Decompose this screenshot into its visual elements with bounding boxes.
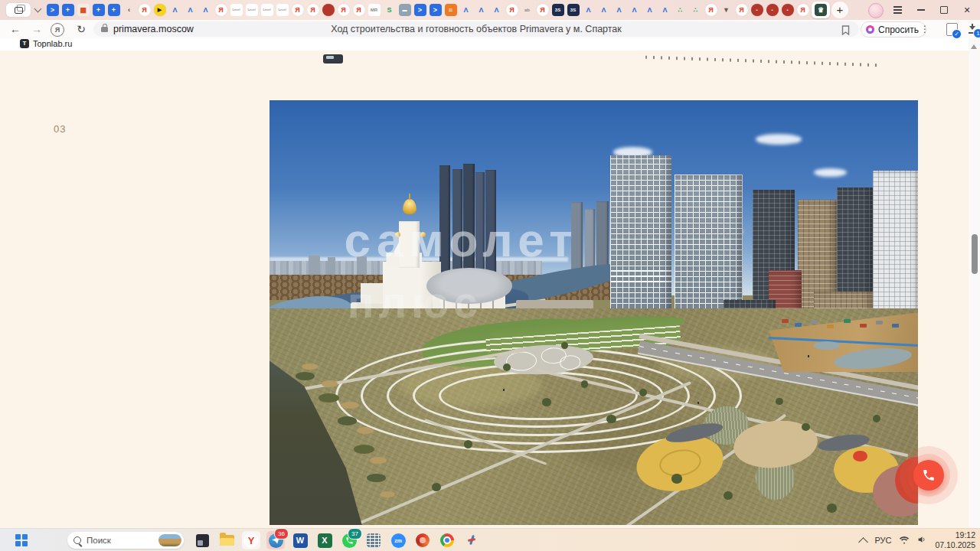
yandex-tab[interactable]: Я bbox=[796, 2, 809, 18]
funnel-tab[interactable]: ▼ bbox=[720, 2, 733, 18]
whatsapp-button[interactable]: 37 bbox=[340, 531, 358, 549]
yandex-tab[interactable]: Я bbox=[505, 2, 518, 18]
scrollbar-up-icon[interactable] bbox=[971, 44, 977, 49]
yandex-tab[interactable]: Я bbox=[214, 2, 227, 18]
orange-menu-tab[interactable]: ≡ bbox=[444, 2, 457, 18]
downloads-icon[interactable]: 1 bbox=[968, 24, 978, 34]
minimize-button[interactable] bbox=[910, 0, 932, 20]
clock[interactable]: 19:12 07.10.2025 bbox=[935, 530, 975, 549]
new-tab-button[interactable]: + bbox=[831, 2, 848, 18]
zoom-icon: zm bbox=[391, 533, 406, 548]
level-tab[interactable]: Level bbox=[245, 2, 258, 18]
gray-card-tab[interactable]: ▬ bbox=[398, 2, 411, 18]
browser-red-button[interactable] bbox=[413, 531, 432, 549]
phone-icon bbox=[922, 468, 936, 482]
chrome-button[interactable] bbox=[438, 531, 456, 549]
calculator-tab[interactable]: ▦ bbox=[77, 2, 90, 18]
blue-arrow-tab[interactable]: > bbox=[413, 2, 426, 18]
a-logo-tab[interactable]: Λ bbox=[199, 2, 212, 18]
yandex-tab[interactable]: Я bbox=[352, 2, 365, 18]
back-icon[interactable]: ← bbox=[6, 20, 24, 38]
volume-icon[interactable] bbox=[917, 533, 927, 547]
file-explorer-button[interactable] bbox=[217, 531, 236, 549]
bookmark-item[interactable]: T Topnlab.ru bbox=[20, 39, 72, 48]
forward-icon[interactable]: → bbox=[28, 20, 46, 38]
calculator-button[interactable] bbox=[364, 531, 383, 549]
a-logo-tab[interactable]: Λ bbox=[490, 2, 503, 18]
red-badge-tab[interactable]: • bbox=[750, 2, 763, 18]
url-text[interactable]: primavera.moscow bbox=[113, 24, 194, 34]
yandex-tab[interactable]: Я bbox=[337, 2, 350, 18]
taskbar-search[interactable]: Поиск bbox=[67, 532, 184, 549]
profile-avatar[interactable] bbox=[868, 3, 884, 18]
yandex-tab[interactable]: Я bbox=[291, 2, 304, 18]
hidden-icons-chevron[interactable] bbox=[859, 537, 869, 547]
kebab-menu-icon[interactable]: ⋮ bbox=[919, 23, 931, 35]
reload-icon[interactable]: ↻ bbox=[72, 20, 90, 38]
a-logo-tab[interactable]: Λ bbox=[168, 2, 181, 18]
blue-plus-tab[interactable]: + bbox=[107, 2, 120, 18]
a-logo-tab[interactable]: Λ bbox=[459, 2, 472, 18]
red-badge-tab[interactable]: • bbox=[766, 2, 779, 18]
level-tab[interactable]: Level bbox=[260, 2, 273, 18]
3s-tab[interactable]: 3S bbox=[567, 2, 580, 18]
mr-tab[interactable]: MR bbox=[368, 2, 381, 18]
yandex-tab[interactable]: Я bbox=[735, 2, 748, 18]
chevron-logo-tab[interactable]: ‹ bbox=[122, 2, 136, 18]
address-bar[interactable]: primavera.moscow Ход строительства и гот… bbox=[93, 21, 859, 37]
dots-tab[interactable]: ∴ bbox=[689, 2, 702, 18]
ask-label: Спросить bbox=[878, 24, 919, 35]
primavera-tab[interactable]: ♛ bbox=[812, 2, 830, 18]
zoom-button[interactable]: zm bbox=[389, 531, 407, 549]
red-dot-tab[interactable] bbox=[322, 2, 335, 18]
blue-plus-tab[interactable]: + bbox=[61, 2, 74, 18]
red-badge-tab[interactable]: • bbox=[781, 2, 794, 18]
blue-arrow-tab[interactable]: > bbox=[429, 2, 442, 18]
wifi-icon[interactable] bbox=[899, 533, 910, 547]
3s-tab[interactable]: 3S bbox=[551, 2, 564, 18]
start-button[interactable] bbox=[12, 531, 31, 549]
bookmark-flag-icon[interactable] bbox=[841, 24, 850, 38]
yandex-tab[interactable]: Я bbox=[138, 2, 151, 18]
yandex-tab[interactable]: Я bbox=[306, 2, 319, 18]
callback-button[interactable] bbox=[913, 460, 944, 491]
ab-logo-tab[interactable]: ab bbox=[521, 2, 534, 18]
blue-arrow-tab[interactable]: > bbox=[46, 2, 59, 18]
utility-tool-button[interactable] bbox=[462, 531, 481, 549]
gray-card-favicon-icon: ▬ bbox=[399, 4, 411, 16]
yandex-services-icon[interactable]: Я bbox=[51, 23, 64, 37]
restore-button[interactable] bbox=[933, 0, 955, 20]
play-tab[interactable]: ▶ bbox=[153, 2, 166, 18]
scrollbar-track[interactable] bbox=[969, 38, 980, 528]
task-view-button[interactable] bbox=[193, 531, 211, 549]
menu-icon[interactable] bbox=[887, 0, 908, 20]
tab-chevron-down-icon[interactable] bbox=[35, 6, 41, 12]
a-logo-tab[interactable]: Λ bbox=[628, 2, 641, 18]
a-logo-tab[interactable]: Λ bbox=[184, 2, 197, 18]
ask-alice-button[interactable]: Спросить bbox=[861, 21, 926, 37]
a-logo-tab[interactable]: Λ bbox=[658, 2, 671, 18]
a-logo-tab[interactable]: Λ bbox=[643, 2, 656, 18]
level-tab[interactable]: Level bbox=[276, 2, 289, 18]
excel-button[interactable]: X bbox=[315, 531, 334, 549]
language-indicator[interactable]: РУС bbox=[874, 536, 891, 545]
yandex-tab[interactable]: Я bbox=[536, 2, 549, 18]
dots-tab[interactable]: ∴ bbox=[674, 2, 687, 18]
extension-icon[interactable]: ✓ bbox=[946, 23, 958, 36]
telegram-button[interactable]: 36 bbox=[266, 531, 285, 549]
close-button[interactable]: × bbox=[956, 0, 978, 20]
search-highlight-thumbnail[interactable] bbox=[158, 534, 181, 546]
tab-list-button[interactable] bbox=[6, 3, 31, 17]
level-tab[interactable]: Level bbox=[230, 2, 243, 18]
yandex-tab[interactable]: Я bbox=[704, 2, 717, 18]
green-s-tab[interactable]: S bbox=[383, 2, 396, 18]
chrome-icon bbox=[440, 533, 454, 547]
word-button[interactable]: W bbox=[291, 531, 309, 549]
yandex-browser-button[interactable]: Y bbox=[242, 531, 260, 549]
a-logo-tab[interactable]: Λ bbox=[612, 2, 626, 18]
a-logo-tab[interactable]: Λ bbox=[597, 2, 610, 18]
scrollbar-thumb[interactable] bbox=[972, 234, 978, 274]
blue-plus-tab[interactable]: + bbox=[92, 2, 105, 18]
a-logo-tab[interactable]: Λ bbox=[475, 2, 488, 18]
a-logo-tab[interactable]: Λ bbox=[582, 2, 595, 18]
